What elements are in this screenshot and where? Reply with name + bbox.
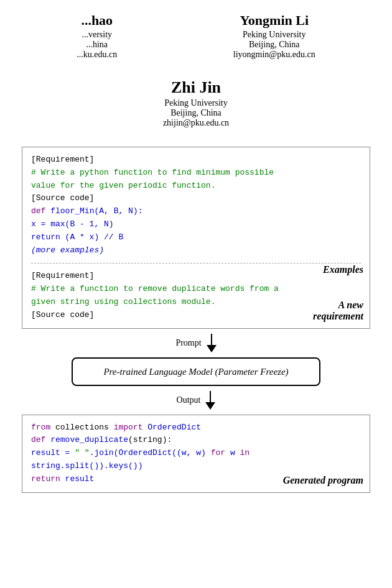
output-arrow-row: Output (177, 391, 216, 410)
body-line-1b: x = max(B - 1, N) (31, 219, 114, 229)
author-left-aff1: ...versity (77, 30, 117, 40)
author-left-email: ...ku.edu.cn (77, 50, 117, 60)
req-comment-1: # Write a python function to find minimu… (31, 168, 274, 177)
example2-code: [Requirement] # Write a function to remo… (31, 270, 361, 321)
for-kw: for (211, 448, 225, 457)
src-tag-1: [Source code] (31, 193, 94, 203)
more-examples: (more examples) (31, 246, 104, 255)
prompt-label: Prompt (175, 338, 201, 348)
examples-label: Examples (323, 264, 363, 275)
output-box: from collections import OrderedDict def … (22, 415, 370, 493)
ordered-dict-id: OrderedDict (142, 423, 201, 432)
from-kw: from (31, 423, 50, 432)
author-center: Zhi Jin Peking University Beijing, China… (163, 78, 229, 128)
author-left: ...hao ...versity ...hina ...ku.edu.cn (77, 12, 117, 60)
example1-code: [Requirement] # Write a python function … (31, 154, 361, 257)
req-comment-1b: value for the given periodic function. (31, 181, 215, 190)
diagram: [Requirement] # Write a python function … (19, 147, 373, 493)
output-label: Output (177, 395, 201, 405)
author-right-aff2: Beijing, China (233, 40, 315, 50)
example1-section: [Requirement] # Write a python function … (31, 154, 361, 264)
author-left-name: ...hao (77, 12, 117, 29)
req-comment-2: # Write a function to remove duplicate w… (31, 284, 279, 293)
func-name-1: floor_Min(A, B, N): (50, 206, 142, 216)
req-tag-2: [Requirement] (31, 271, 94, 280)
llm-label: Pre-trained Language Model (Parameter Fr… (103, 367, 288, 377)
join-call: .join(OrderedDict((w, w) (90, 448, 211, 457)
new-req-label: A new requirement (313, 300, 363, 322)
import-kw: import (114, 423, 143, 432)
def-kw-out: def (31, 435, 45, 444)
output-arrow (205, 391, 215, 410)
generated-label: Generated program (283, 475, 363, 486)
func-params: (string): (128, 435, 172, 444)
author-center-aff2: Beijing, China (163, 108, 229, 118)
author-right-name: Yongmin Li (233, 12, 315, 29)
author-center-email: zhijin@pku.edu.cn (163, 118, 229, 128)
author-right-aff1: Peking University (233, 30, 315, 40)
examples-box: [Requirement] # Write a python function … (22, 147, 370, 329)
author-right: Yongmin Li Peking University Beijing, Ch… (233, 12, 315, 60)
req-tag-1: [Requirement] (31, 155, 94, 164)
arrow-head-prompt (207, 345, 217, 352)
collections-plain: collections (50, 423, 113, 432)
in-kw: in (240, 448, 250, 457)
result-assign: result = (31, 448, 75, 457)
arrow-shaft-prompt (211, 334, 212, 345)
arrow-shaft-output (210, 391, 211, 402)
for-w: w (225, 448, 240, 457)
arrow-head-output (205, 402, 215, 410)
authors-top: ...hao ...versity ...hina ...ku.edu.cn Y… (19, 12, 373, 60)
return-kw: return (31, 474, 60, 484)
author-center-aff1: Peking University (163, 98, 229, 108)
func-name-out: remove_duplicate (45, 435, 128, 444)
prompt-arrow (207, 334, 217, 352)
prompt-arrow-row: Prompt (175, 334, 216, 352)
llm-box: Pre-trained Language Model (Parameter Fr… (72, 357, 320, 386)
author-right-email: liyongmin@pku.edu.cn (233, 50, 315, 60)
string-split: string.split()).keys()) (31, 461, 142, 471)
src-tag-2: [Source code] (31, 310, 94, 319)
author-center-name: Zhi Jin (163, 78, 229, 97)
space-str: " " (75, 448, 89, 457)
def-kw-1: def (31, 206, 50, 216)
author-center-block: Zhi Jin Peking University Beijing, China… (19, 78, 373, 128)
req-comment-2b: given string using collections module. (31, 297, 215, 306)
result-id: result (60, 474, 95, 484)
example2-section: [Requirement] # Write a function to remo… (31, 264, 361, 321)
author-left-aff2: ...hina (77, 40, 117, 50)
body-line-2b: return (A * x) // B (31, 232, 123, 242)
